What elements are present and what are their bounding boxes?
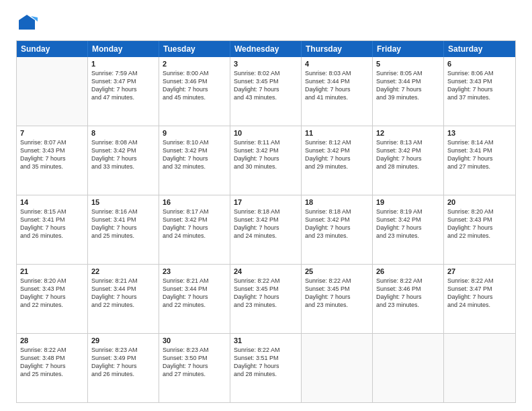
calendar-row-1: 7Sunrise: 8:07 AM Sunset: 3:43 PM Daylig… bbox=[17, 126, 515, 195]
header-day-sunday: Sunday bbox=[17, 41, 88, 57]
header-day-monday: Monday bbox=[88, 41, 159, 57]
day-number: 3 bbox=[234, 60, 298, 68]
cal-cell: 18Sunrise: 8:18 AM Sunset: 3:42 PM Dayli… bbox=[302, 195, 373, 264]
header-day-saturday: Saturday bbox=[444, 41, 515, 57]
day-number: 13 bbox=[447, 129, 512, 137]
cal-cell: 3Sunrise: 8:02 AM Sunset: 3:45 PM Daylig… bbox=[230, 57, 302, 126]
cell-info: Sunrise: 8:22 AM Sunset: 3:47 PM Dayligh… bbox=[447, 277, 512, 310]
cell-info: Sunrise: 8:17 AM Sunset: 3:42 PM Dayligh… bbox=[163, 208, 226, 240]
day-number: 15 bbox=[91, 198, 155, 206]
cal-cell: 24Sunrise: 8:22 AM Sunset: 3:45 PM Dayli… bbox=[230, 265, 302, 333]
cell-info: Sunrise: 7:59 AM Sunset: 3:47 PM Dayligh… bbox=[91, 69, 155, 102]
cell-info: Sunrise: 8:06 AM Sunset: 3:43 PM Dayligh… bbox=[447, 69, 512, 102]
day-number: 12 bbox=[376, 129, 440, 137]
cal-cell: 28Sunrise: 8:22 AM Sunset: 3:48 PM Dayli… bbox=[17, 334, 88, 402]
cal-cell: 17Sunrise: 8:18 AM Sunset: 3:42 PM Dayli… bbox=[230, 195, 302, 264]
header-day-thursday: Thursday bbox=[302, 41, 373, 57]
day-number: 19 bbox=[376, 198, 440, 206]
cell-info: Sunrise: 8:07 AM Sunset: 3:43 PM Dayligh… bbox=[20, 138, 84, 171]
cell-info: Sunrise: 8:22 AM Sunset: 3:46 PM Dayligh… bbox=[376, 277, 440, 310]
cal-cell: 10Sunrise: 8:11 AM Sunset: 3:42 PM Dayli… bbox=[230, 126, 302, 195]
cell-info: Sunrise: 8:13 AM Sunset: 3:42 PM Dayligh… bbox=[376, 138, 440, 171]
cell-info: Sunrise: 8:22 AM Sunset: 3:45 PM Dayligh… bbox=[305, 277, 369, 310]
calendar-row-4: 28Sunrise: 8:22 AM Sunset: 3:48 PM Dayli… bbox=[17, 333, 515, 402]
day-number: 31 bbox=[234, 336, 298, 345]
cal-cell: 31Sunrise: 8:22 AM Sunset: 3:51 PM Dayli… bbox=[230, 334, 302, 402]
cal-cell: 7Sunrise: 8:07 AM Sunset: 3:43 PM Daylig… bbox=[17, 126, 88, 195]
day-number: 8 bbox=[91, 129, 155, 137]
day-number: 2 bbox=[163, 60, 226, 68]
day-number: 11 bbox=[305, 129, 369, 137]
cal-cell bbox=[302, 334, 373, 402]
cell-info: Sunrise: 8:03 AM Sunset: 3:44 PM Dayligh… bbox=[305, 69, 369, 102]
cal-cell: 8Sunrise: 8:08 AM Sunset: 3:42 PM Daylig… bbox=[88, 126, 159, 195]
cell-info: Sunrise: 8:21 AM Sunset: 3:44 PM Dayligh… bbox=[91, 277, 155, 310]
cell-info: Sunrise: 8:16 AM Sunset: 3:41 PM Dayligh… bbox=[91, 208, 155, 240]
calendar-row-3: 21Sunrise: 8:20 AM Sunset: 3:43 PM Dayli… bbox=[17, 264, 515, 333]
cell-info: Sunrise: 8:18 AM Sunset: 3:42 PM Dayligh… bbox=[305, 208, 369, 240]
header-day-tuesday: Tuesday bbox=[159, 41, 230, 57]
cell-info: Sunrise: 8:15 AM Sunset: 3:41 PM Dayligh… bbox=[20, 208, 84, 240]
cell-info: Sunrise: 8:20 AM Sunset: 3:43 PM Dayligh… bbox=[20, 277, 84, 310]
day-number: 27 bbox=[447, 267, 512, 275]
cell-info: Sunrise: 8:08 AM Sunset: 3:42 PM Dayligh… bbox=[91, 138, 155, 171]
cal-cell: 20Sunrise: 8:20 AM Sunset: 3:43 PM Dayli… bbox=[444, 195, 515, 264]
cal-cell: 5Sunrise: 8:05 AM Sunset: 3:44 PM Daylig… bbox=[373, 57, 444, 126]
cal-cell bbox=[444, 334, 515, 402]
day-number: 18 bbox=[305, 198, 369, 206]
cal-cell: 6Sunrise: 8:06 AM Sunset: 3:43 PM Daylig… bbox=[444, 57, 515, 126]
cal-cell: 14Sunrise: 8:15 AM Sunset: 3:41 PM Dayli… bbox=[17, 195, 88, 264]
cal-cell: 11Sunrise: 8:12 AM Sunset: 3:42 PM Dayli… bbox=[302, 126, 373, 195]
cell-info: Sunrise: 8:22 AM Sunset: 3:51 PM Dayligh… bbox=[234, 346, 298, 379]
day-number: 17 bbox=[234, 198, 298, 206]
calendar-row-2: 14Sunrise: 8:15 AM Sunset: 3:41 PM Dayli… bbox=[17, 195, 515, 264]
day-number: 4 bbox=[305, 60, 369, 68]
header bbox=[16, 12, 516, 34]
cell-info: Sunrise: 8:00 AM Sunset: 3:46 PM Dayligh… bbox=[163, 69, 226, 102]
cell-info: Sunrise: 8:22 AM Sunset: 3:48 PM Dayligh… bbox=[20, 346, 84, 379]
day-number: 7 bbox=[20, 129, 84, 137]
cell-info: Sunrise: 8:10 AM Sunset: 3:42 PM Dayligh… bbox=[163, 138, 226, 171]
cell-info: Sunrise: 8:20 AM Sunset: 3:43 PM Dayligh… bbox=[447, 208, 512, 240]
day-number: 30 bbox=[163, 336, 226, 345]
cell-info: Sunrise: 8:12 AM Sunset: 3:42 PM Dayligh… bbox=[305, 138, 369, 171]
cell-info: Sunrise: 8:18 AM Sunset: 3:42 PM Dayligh… bbox=[234, 208, 298, 240]
day-number: 29 bbox=[91, 336, 155, 345]
cal-cell: 22Sunrise: 8:21 AM Sunset: 3:44 PM Dayli… bbox=[88, 265, 159, 333]
day-number: 23 bbox=[163, 267, 226, 275]
cell-info: Sunrise: 8:14 AM Sunset: 3:41 PM Dayligh… bbox=[447, 138, 512, 171]
day-number: 25 bbox=[305, 267, 369, 275]
logo-icon bbox=[16, 12, 38, 34]
day-number: 22 bbox=[91, 267, 155, 275]
day-number: 20 bbox=[447, 198, 512, 206]
day-number: 26 bbox=[376, 267, 440, 275]
day-number: 16 bbox=[163, 198, 226, 206]
cell-info: Sunrise: 8:23 AM Sunset: 3:50 PM Dayligh… bbox=[163, 346, 226, 379]
day-number: 9 bbox=[163, 129, 226, 137]
page: SundayMondayTuesdayWednesdayThursdayFrid… bbox=[0, 0, 532, 411]
logo bbox=[16, 12, 40, 34]
calendar-row-0: 1Sunrise: 7:59 AM Sunset: 3:47 PM Daylig… bbox=[17, 57, 515, 126]
cal-cell: 27Sunrise: 8:22 AM Sunset: 3:47 PM Dayli… bbox=[444, 265, 515, 333]
cal-cell: 26Sunrise: 8:22 AM Sunset: 3:46 PM Dayli… bbox=[373, 265, 444, 333]
day-number: 6 bbox=[447, 60, 512, 68]
header-day-friday: Friday bbox=[373, 41, 444, 57]
calendar-header: SundayMondayTuesdayWednesdayThursdayFrid… bbox=[17, 41, 515, 57]
cell-info: Sunrise: 8:22 AM Sunset: 3:45 PM Dayligh… bbox=[234, 277, 298, 310]
cal-cell: 9Sunrise: 8:10 AM Sunset: 3:42 PM Daylig… bbox=[159, 126, 230, 195]
day-number: 24 bbox=[234, 267, 298, 275]
cal-cell: 29Sunrise: 8:23 AM Sunset: 3:49 PM Dayli… bbox=[88, 334, 159, 402]
cal-cell: 30Sunrise: 8:23 AM Sunset: 3:50 PM Dayli… bbox=[159, 334, 230, 402]
cal-cell bbox=[17, 57, 88, 126]
cell-info: Sunrise: 8:19 AM Sunset: 3:42 PM Dayligh… bbox=[376, 208, 440, 240]
header-day-wednesday: Wednesday bbox=[230, 41, 302, 57]
cal-cell: 4Sunrise: 8:03 AM Sunset: 3:44 PM Daylig… bbox=[302, 57, 373, 126]
cell-info: Sunrise: 8:21 AM Sunset: 3:44 PM Dayligh… bbox=[163, 277, 226, 310]
day-number: 10 bbox=[234, 129, 298, 137]
day-number: 21 bbox=[20, 267, 84, 275]
cal-cell: 15Sunrise: 8:16 AM Sunset: 3:41 PM Dayli… bbox=[88, 195, 159, 264]
day-number: 5 bbox=[376, 60, 440, 68]
day-number: 14 bbox=[20, 198, 84, 206]
cal-cell: 19Sunrise: 8:19 AM Sunset: 3:42 PM Dayli… bbox=[373, 195, 444, 264]
calendar: SundayMondayTuesdayWednesdayThursdayFrid… bbox=[16, 40, 516, 403]
